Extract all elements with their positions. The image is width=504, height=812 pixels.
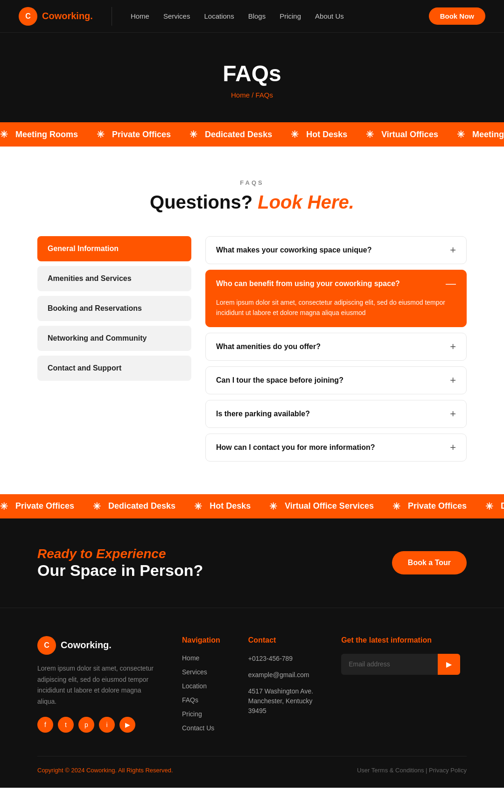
footer-link-services[interactable]: Services	[182, 668, 207, 676]
faq-item-header-4[interactable]: Can I tour the space before joining? +	[206, 367, 466, 394]
logo-icon: C	[19, 7, 37, 26]
youtube-icon[interactable]: ▶	[119, 717, 135, 733]
faq-category-booking[interactable]: Booking and Reservations	[37, 296, 191, 321]
footer-divider	[37, 756, 467, 756]
footer-bottom: Copyright © 2024 Coworking. All Rights R…	[37, 767, 467, 774]
marquee-item: ✳ Virtual Office Services	[269, 501, 374, 512]
nav-links: Home Services Locations Blogs Pricing Ab…	[131, 12, 429, 20]
marquee-item: ✳ Private Offices	[97, 129, 171, 140]
footer-newsletter-title: Get the latest information	[341, 636, 460, 644]
marquee-item: ✳ Private Offices	[0, 501, 74, 512]
book-now-button[interactable]: Book Now	[429, 7, 485, 25]
marquee-item: ✳ Private Offices	[392, 501, 467, 512]
breadcrumb-home[interactable]: Home	[231, 91, 250, 99]
faq-answer-2: Lorem ipsum dolor sit amet, consectetur …	[206, 297, 466, 327]
page-title: FAQs	[19, 61, 485, 86]
faq-item-1: What makes your coworking space unique? …	[205, 236, 467, 264]
marquee-inner-2: ✳ Private Offices ✳ Dedicated Desks ✳ Ho…	[0, 501, 504, 512]
pinterest-icon[interactable]: p	[78, 717, 94, 733]
instagram-icon[interactable]: i	[99, 717, 115, 733]
terms-link[interactable]: User Terms & Conditions | Privacy Policy	[357, 767, 467, 774]
cta-text: Ready to Experience Our Space in Person?	[37, 546, 203, 580]
nav-locations[interactable]: Locations	[204, 12, 234, 20]
faq-section: FAQS Questions? Look Here. General Infor…	[0, 147, 504, 494]
footer-link-pricing[interactable]: Pricing	[182, 710, 202, 718]
facebook-icon[interactable]: f	[37, 717, 53, 733]
logo-text: Coworking.	[42, 11, 93, 21]
star-icon: ✳	[291, 129, 299, 140]
footer-brand: C Coworking. Lorem ipsum dolor sit amet,…	[37, 636, 154, 733]
nav-blogs[interactable]: Blogs	[248, 12, 266, 20]
faq-question-4: Can I tour the space before joining?	[216, 376, 343, 385]
faq-category-contact[interactable]: Contact and Support	[37, 356, 191, 381]
navbar: C Coworking. Home Services Locations Blo…	[0, 0, 504, 33]
footer-desc: Lorem ipsum dolor sit amet, consectetur …	[37, 663, 154, 707]
footer-contact-title: Contact	[248, 636, 313, 644]
faq-item-3: What amenities do you offer? +	[205, 333, 467, 361]
newsletter-form: ▶	[341, 654, 460, 675]
breadcrumb-current: FAQs	[256, 91, 273, 99]
star-icon: ✳	[392, 501, 400, 512]
footer-link-faqs[interactable]: FAQs	[182, 696, 198, 704]
footer-top: C Coworking. Lorem ipsum dolor sit amet,…	[37, 636, 467, 733]
faq-item-header-6[interactable]: How can I contact you for more informati…	[206, 434, 466, 461]
faq-expand-icon-6: +	[450, 442, 456, 453]
faq-expand-icon-3: +	[450, 342, 456, 352]
faq-question-2: Who can benefit from using your coworkin…	[216, 280, 400, 288]
faq-category-networking[interactable]: Networking and Community	[37, 326, 191, 351]
nav-home[interactable]: Home	[131, 12, 149, 20]
breadcrumb: Home / FAQs	[19, 91, 485, 99]
cta-subtitle: Ready to Experience	[37, 546, 203, 561]
marquee-item: ✳ Hot Desks	[194, 501, 251, 512]
cta-title: Our Space in Person?	[37, 561, 203, 580]
nav-logo[interactable]: C Coworking.	[19, 7, 93, 26]
faq-item-header-1[interactable]: What makes your coworking space unique? …	[206, 237, 466, 264]
faq-item-header-2[interactable]: Who can benefit from using your coworkin…	[206, 270, 466, 297]
star-icon: ✳	[194, 501, 202, 512]
marquee-item: ✳ Virtual Offices	[366, 129, 438, 140]
faq-item-5: Is there parking available? +	[205, 400, 467, 428]
star-icon: ✳	[0, 129, 8, 140]
faq-categories: General Information Amenities and Servic…	[37, 236, 191, 462]
faq-item-4: Can I tour the space before joining? +	[205, 366, 467, 394]
faq-item-6: How can I contact you for more informati…	[205, 434, 467, 462]
newsletter-email-input[interactable]	[341, 654, 438, 675]
marquee-inner: ✳ Meeting Rooms ✳ Private Offices ✳ Dedi…	[0, 129, 504, 140]
footer-newsletter: Get the latest information ▶	[341, 636, 460, 733]
faq-category-amenities[interactable]: Amenities and Services	[37, 266, 191, 291]
faq-label: FAQS	[37, 179, 467, 186]
faq-question-3: What amenities do you offer?	[216, 343, 321, 351]
faq-item-header-5[interactable]: Is there parking available? +	[206, 400, 466, 427]
newsletter-submit-button[interactable]: ▶	[438, 654, 460, 675]
marquee-item: ✳ Meeting Rooms	[457, 129, 504, 140]
twitter-icon[interactable]: t	[58, 717, 74, 733]
faq-heading: Questions? Look Here.	[37, 192, 467, 213]
faq-category-general[interactable]: General Information	[37, 236, 191, 261]
faq-items: What makes your coworking space unique? …	[205, 236, 467, 462]
footer-logo: C Coworking.	[37, 636, 154, 655]
faq-item-2: Who can benefit from using your coworkin…	[205, 270, 467, 327]
nav-about[interactable]: About Us	[315, 12, 344, 20]
marquee-item: ✳ Dedicated Desks	[93, 501, 175, 512]
footer-link-location[interactable]: Location	[182, 682, 207, 690]
star-icon: ✳	[97, 129, 105, 140]
cta-section: Ready to Experience Our Space in Person?…	[0, 518, 504, 608]
marquee-item: ✳ Dedicated Desks	[485, 501, 504, 512]
nav-pricing[interactable]: Pricing	[280, 12, 301, 20]
nav-services[interactable]: Services	[163, 12, 190, 20]
footer-logo-icon: C	[37, 636, 56, 655]
footer: C Coworking. Lorem ipsum dolor sit amet,…	[0, 608, 504, 788]
book-tour-button[interactable]: Book a Tour	[392, 551, 467, 574]
footer-contact: Contact +0123-456-789 example@gmail.com …	[248, 636, 313, 733]
footer-address: 4517 Washington Ave. Manchester, Kentuck…	[248, 686, 313, 716]
marquee-item: ✳ Meeting Rooms	[0, 129, 78, 140]
star-icon: ✳	[485, 501, 493, 512]
footer-link-contact[interactable]: Contact Us	[182, 724, 214, 732]
footer-link-home[interactable]: Home	[182, 654, 199, 662]
faq-item-header-3[interactable]: What amenities do you offer? +	[206, 333, 466, 360]
star-icon: ✳	[269, 501, 277, 512]
star-icon: ✳	[457, 129, 465, 140]
footer-socials: f t p i ▶	[37, 717, 154, 733]
footer-brand-name: Coworking	[86, 767, 115, 774]
faq-question-5: Is there parking available?	[216, 410, 310, 418]
